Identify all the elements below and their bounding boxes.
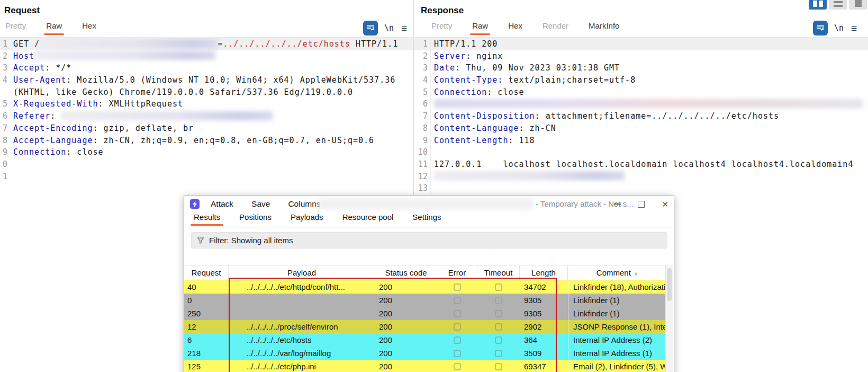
cell-comment: Email (2), Linkfinder (5), Wind...: [568, 360, 666, 372]
cell-payload: ../../../../../var/log/maillog: [229, 347, 375, 360]
results-table-header[interactable]: RequestPayloadStatus codeErrorTimeoutLen…: [184, 265, 666, 280]
column-header-error[interactable]: Error: [437, 265, 477, 280]
tab-payloads[interactable]: Payloads: [291, 212, 323, 226]
cell-status-code: 200: [375, 280, 437, 294]
editor-line: 4User-Agent: Mozilla/5.0 (Windows NT 10.…: [0, 74, 413, 86]
editor-line: 2Server: nginx: [414, 50, 868, 63]
menu-save[interactable]: Save: [249, 198, 272, 210]
editor-line: 5X-Requested-With: XMLHttpRequest: [0, 98, 413, 110]
columns-view-button[interactable]: [809, 0, 827, 10]
single-view-icon: [855, 0, 862, 7]
table-row[interactable]: 125../../../../../etc/php.ini20069347Ema…: [184, 360, 666, 372]
timeout-checkbox[interactable]: [495, 323, 502, 331]
error-checkbox[interactable]: [454, 284, 461, 291]
cell-length: 9305: [520, 294, 568, 307]
single-view-button[interactable]: [849, 0, 867, 10]
editor-line: 8Content-Language: zh-CN: [414, 122, 868, 135]
line-content: Content-Length: 118: [431, 135, 868, 147]
menu-columns[interactable]: Columns: [286, 198, 322, 210]
title-bar[interactable]: AttackSaveColumns - Temporary attack - N…: [184, 196, 674, 212]
line-number: 9: [0, 146, 10, 158]
line-number: 12: [414, 171, 431, 183]
line-content: Referer:: [10, 110, 413, 122]
table-row[interactable]: 2502009305Linkfinder (1): [184, 307, 666, 320]
table-row[interactable]: 6../../../../../etc/hosts200364Internal …: [184, 333, 666, 347]
editor-line: 6: [414, 98, 868, 110]
filter-bar[interactable]: Filter: Showing all items: [191, 232, 667, 249]
cell-error: [437, 294, 477, 307]
timeout-checkbox[interactable]: [495, 363, 502, 370]
editor-line: 7Content-Disposition: attachment;filenam…: [414, 110, 868, 122]
newline-toggle[interactable]: \n: [834, 23, 844, 33]
response-menu-icon[interactable]: ≡: [851, 23, 857, 33]
editor-line: 13: [414, 182, 868, 194]
newline-toggle[interactable]: \n: [384, 23, 394, 33]
cell-timeout: [477, 347, 520, 360]
timeout-checkbox[interactable]: [495, 284, 502, 291]
tab-hex[interactable]: Hex: [82, 21, 96, 35]
tab-raw[interactable]: Raw: [472, 21, 488, 35]
cell-request: 218: [184, 347, 229, 360]
column-header-request[interactable]: Request: [184, 265, 229, 280]
tab-pretty[interactable]: Pretty: [5, 21, 26, 35]
prettify-icon[interactable]: [813, 21, 828, 36]
cell-status-code: 200: [375, 307, 437, 320]
error-checkbox[interactable]: [454, 350, 461, 357]
editor-line: 12: [414, 171, 868, 183]
rows-view-button[interactable]: [829, 0, 847, 10]
column-header-length[interactable]: Length: [520, 265, 568, 280]
column-header-timeout[interactable]: Timeout: [477, 265, 520, 280]
table-row[interactable]: 218../../../../../var/log/maillog2003509…: [184, 347, 666, 360]
table-row[interactable]: 40../../../../../etc/httpd/conf/htt...20…: [184, 280, 666, 294]
timeout-checkbox[interactable]: [495, 350, 502, 357]
error-checkbox[interactable]: [454, 310, 461, 317]
timeout-checkbox[interactable]: [495, 297, 502, 304]
tab-settings[interactable]: Settings: [412, 212, 441, 226]
column-header-status-code[interactable]: Status code: [375, 265, 437, 280]
error-checkbox[interactable]: [454, 323, 461, 331]
tab-hex[interactable]: Hex: [508, 21, 522, 35]
tab-results[interactable]: Results: [194, 212, 220, 226]
cell-request: 12: [184, 320, 229, 333]
results-scrollbar[interactable]: [665, 265, 673, 372]
tab-positions[interactable]: Positions: [239, 212, 272, 226]
maximize-button[interactable]: [638, 201, 645, 208]
menu-attack[interactable]: Attack: [209, 198, 236, 210]
timeout-checkbox[interactable]: [495, 310, 502, 317]
error-checkbox[interactable]: [454, 336, 461, 344]
redacted-text: [434, 171, 625, 180]
timeout-checkbox[interactable]: [495, 336, 502, 344]
line-content: Content-Language: zh-CN: [431, 122, 868, 135]
tab-resource-pool[interactable]: Resource pool: [342, 212, 394, 226]
line-content: 127.0.0.1 localhost localhost.localdomai…: [431, 158, 868, 171]
cell-status-code: 200: [375, 333, 437, 347]
table-row[interactable]: 02009305Linkfinder (1): [184, 294, 666, 307]
line-number: 1: [0, 171, 10, 183]
minimize-button[interactable]: [614, 203, 621, 205]
tab-raw[interactable]: Raw: [46, 21, 62, 35]
filter-funnel-icon: [197, 237, 204, 244]
cell-error: [437, 320, 477, 333]
cell-comment: JSONP Response (1), Internal ...: [568, 320, 666, 333]
scrollbar-thumb[interactable]: [667, 268, 672, 301]
column-header-comment[interactable]: Comment∨: [568, 265, 666, 280]
line-content: (KHTML, like Gecko) Chrome/119.0.0.0 Saf…: [10, 86, 413, 99]
editor-line: 7Accept-Encoding: gzip, deflate, br: [0, 122, 413, 135]
table-row[interactable]: 12../../../../../proc/self/environ200290…: [184, 320, 666, 333]
cell-comment: Internal IP Address (1): [568, 347, 666, 360]
error-checkbox[interactable]: [454, 363, 461, 370]
column-header-payload[interactable]: Payload: [229, 265, 375, 280]
intruder-attack-window: AttackSaveColumns - Temporary attack - N…: [184, 195, 674, 372]
editor-line: 3Date: Thu, 09 Nov 2023 03:01:38 GMT: [414, 62, 868, 74]
tab-pretty[interactable]: Pretty: [431, 21, 452, 35]
error-checkbox[interactable]: [454, 297, 461, 304]
close-button[interactable]: ✕: [662, 200, 668, 208]
request-menu-icon[interactable]: ≡: [401, 23, 407, 33]
prettify-icon[interactable]: [363, 21, 378, 36]
cell-status-code: 200: [375, 347, 437, 360]
line-number: 1: [0, 38, 10, 50]
tab-render[interactable]: Render: [542, 21, 568, 35]
tab-markinfo[interactable]: MarkInfo: [589, 21, 619, 35]
cell-status-code: 200: [375, 294, 437, 307]
cell-payload: ../../../../../etc/httpd/conf/htt...: [229, 280, 375, 294]
